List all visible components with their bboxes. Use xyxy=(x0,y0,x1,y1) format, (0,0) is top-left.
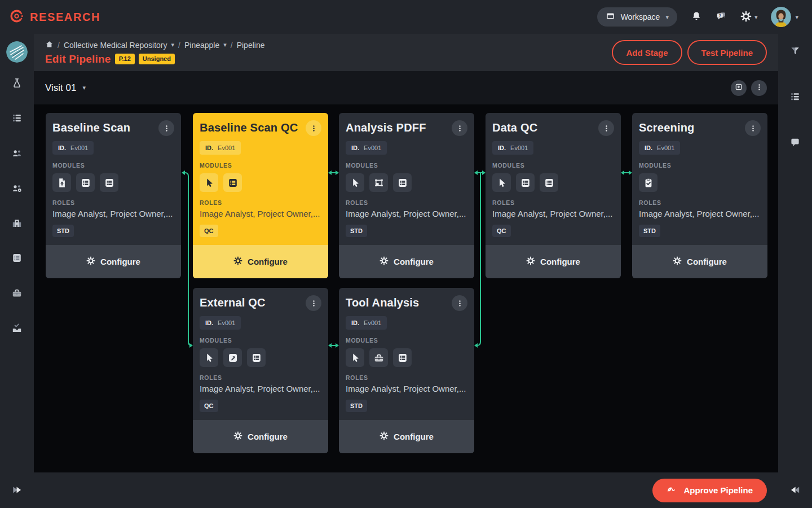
list-icon xyxy=(223,173,242,192)
test-pipeline-button[interactable]: Test Pipeline xyxy=(687,40,767,65)
collapse-panel-button[interactable] xyxy=(787,484,803,497)
sidebar-item-chat-bubble[interactable] xyxy=(787,137,803,149)
stage-id-badge: ID. Ev001 xyxy=(346,316,387,330)
stage-card: Baseline Scan ID. Ev001 MODULES ROLES Im… xyxy=(46,113,181,278)
stage-menu-button[interactable] xyxy=(452,120,467,136)
sidebar-item-checklist[interactable] xyxy=(9,112,25,125)
stage-menu-button[interactable] xyxy=(306,295,321,311)
cursor-icon xyxy=(200,348,218,367)
list-icon xyxy=(540,173,558,192)
hospital-icon xyxy=(11,217,23,230)
modules-row xyxy=(346,348,467,367)
gear-icon xyxy=(740,11,752,24)
checklist-icon xyxy=(11,112,23,125)
chevron-down-icon: ▾ xyxy=(754,14,758,20)
add-stage-button[interactable]: Add Stage xyxy=(612,40,682,65)
project-avatar[interactable] xyxy=(6,41,28,63)
chevron-down-icon[interactable]: ▾ xyxy=(171,42,175,48)
breadcrumb-current[interactable]: Pipeline xyxy=(237,41,265,50)
settings-menu-button[interactable]: ▾ xyxy=(740,11,758,24)
workspace-selector[interactable]: Workspace ▾ xyxy=(597,7,677,27)
signature-icon xyxy=(667,484,678,497)
sidebar-item-inbox-check[interactable] xyxy=(9,322,25,335)
window-icon xyxy=(606,11,615,23)
pipeline-canvas: Baseline Scan ID. Ev001 MODULES ROLES Im… xyxy=(34,104,778,472)
sidebar-item-filter[interactable] xyxy=(787,45,803,58)
sidebar-item-toolbox[interactable] xyxy=(9,287,25,300)
stage-menu-button[interactable] xyxy=(158,120,174,136)
configure-button[interactable]: Configure xyxy=(339,245,474,278)
gear-icon xyxy=(233,256,242,267)
gear-icon xyxy=(379,256,389,267)
flask-icon xyxy=(11,77,23,90)
sidebar-item-list-box[interactable] xyxy=(9,252,25,265)
sidebar-item-checklist[interactable] xyxy=(787,91,803,103)
stage-type-badge: STD xyxy=(346,225,367,237)
sidebar-item-users-gear[interactable] xyxy=(9,182,25,195)
id-label: ID. xyxy=(58,144,66,151)
chevron-down-icon: ▾ xyxy=(795,14,798,20)
notifications-button[interactable] xyxy=(691,11,702,24)
configure-button[interactable]: Configure xyxy=(46,245,181,278)
home-icon[interactable] xyxy=(45,40,54,50)
stage-title: Baseline Scan xyxy=(52,120,130,134)
breadcrumb-project[interactable]: Pineapple xyxy=(184,41,219,50)
clipboard-check-icon xyxy=(639,173,657,192)
workspace-label: Workspace xyxy=(621,12,660,21)
stage-card: Tool Analysis ID. Ev001 MODULES ROLES Im… xyxy=(339,288,474,453)
chat-help-icon: ? xyxy=(716,11,727,24)
visit-selector[interactable]: Visit 01 ▾ xyxy=(45,82,86,94)
stage-menu-button[interactable] xyxy=(452,295,467,311)
cursor-icon xyxy=(346,348,364,367)
configure-button[interactable]: Configure xyxy=(193,420,328,453)
gear-icon xyxy=(526,256,535,267)
users-gear-icon xyxy=(11,182,23,195)
stage-type-badge: STD xyxy=(52,225,74,237)
bell-icon xyxy=(691,11,702,24)
stage-menu-button[interactable] xyxy=(745,120,761,136)
list-icon xyxy=(393,173,412,192)
configure-button[interactable]: Configure xyxy=(339,420,474,453)
checklist-icon xyxy=(789,91,801,104)
visit-label: Visit 01 xyxy=(45,82,76,94)
roles-label: ROLES xyxy=(346,199,467,206)
stage-menu-button[interactable] xyxy=(598,120,614,136)
help-chat-button[interactable]: ? xyxy=(716,11,727,24)
stage-title: Analysis PDFF xyxy=(346,120,426,134)
expand-sidebar-button[interactable] xyxy=(9,484,25,497)
right-sidebar xyxy=(778,34,812,508)
avatar xyxy=(771,7,791,27)
user-menu[interactable]: ▾ xyxy=(771,7,798,27)
stage-type-badge: QC xyxy=(492,225,511,237)
stage-menu-button[interactable] xyxy=(306,120,321,136)
breadcrumb-repository[interactable]: Collective Medical Repository xyxy=(64,41,167,50)
configure-button[interactable]: Configure xyxy=(193,245,328,278)
visit-bar: Visit 01 ▾ xyxy=(34,71,778,104)
sidebar-item-flask[interactable] xyxy=(9,77,25,90)
roles-value: Image Analyst, Project Owner,... xyxy=(346,384,467,393)
approve-pipeline-button[interactable]: Approve Pipeline xyxy=(652,479,767,502)
add-visit-button[interactable] xyxy=(731,80,747,96)
roles-value: Image Analyst, Project Owner,... xyxy=(52,209,174,218)
configure-button[interactable]: Configure xyxy=(486,245,621,278)
configure-button[interactable]: Configure xyxy=(632,245,767,278)
modules-label: MODULES xyxy=(346,162,467,169)
external-link-icon xyxy=(223,348,242,367)
id-value: Ev001 xyxy=(364,144,381,151)
stage-id-badge: ID. Ev001 xyxy=(346,141,387,155)
stage-card: External QC ID. Ev001 MODULES ROLES Imag… xyxy=(193,288,328,453)
sidebar-item-hospital[interactable] xyxy=(9,217,25,230)
chevron-down-icon[interactable]: ▾ xyxy=(223,42,227,48)
id-value: Ev001 xyxy=(657,144,674,151)
page-title: Edit Pipeline xyxy=(45,53,111,65)
stage-title: External QC xyxy=(200,295,266,309)
id-label: ID. xyxy=(351,319,359,326)
stage-card: Baseline Scan QC ID. Ev001 MODULES ROLES… xyxy=(193,113,328,278)
roles-label: ROLES xyxy=(492,199,614,206)
visit-menu-button[interactable] xyxy=(751,80,767,96)
modules-label: MODULES xyxy=(639,162,761,169)
roles-value: Image Analyst, Project Owner,... xyxy=(200,209,321,218)
app-logo[interactable]: RESEARCH xyxy=(9,8,100,26)
sidebar-item-users[interactable] xyxy=(9,147,25,160)
roles-value: Image Analyst, Project Owner,... xyxy=(200,384,321,393)
